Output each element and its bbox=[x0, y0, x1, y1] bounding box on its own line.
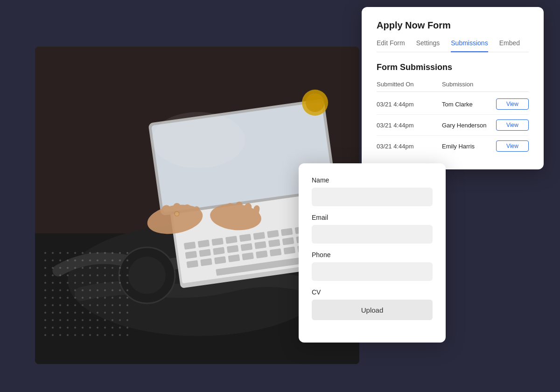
row-1-name: Tom Clarke bbox=[442, 101, 496, 108]
dot bbox=[52, 267, 54, 269]
dot bbox=[82, 334, 84, 336]
dot bbox=[104, 312, 106, 314]
dot bbox=[52, 282, 54, 284]
dot bbox=[126, 304, 128, 306]
dot bbox=[89, 304, 91, 306]
dot bbox=[52, 259, 54, 261]
dot bbox=[104, 282, 106, 284]
dot bbox=[119, 319, 121, 321]
dot bbox=[44, 304, 46, 306]
dot bbox=[104, 304, 106, 306]
dot bbox=[52, 312, 54, 314]
dot bbox=[112, 252, 113, 254]
dot bbox=[126, 297, 128, 299]
dot bbox=[89, 297, 91, 299]
dot bbox=[67, 259, 69, 261]
table-row: 03/21 4:44pm Tom Clarke View bbox=[377, 94, 529, 115]
dot bbox=[119, 297, 121, 299]
name-input[interactable] bbox=[312, 188, 433, 206]
tab-settings[interactable]: Settings bbox=[416, 39, 440, 52]
dot bbox=[74, 282, 76, 284]
dot bbox=[52, 304, 54, 306]
dot bbox=[74, 312, 76, 314]
dot bbox=[119, 267, 121, 269]
dot bbox=[82, 327, 84, 329]
email-label: Email bbox=[312, 214, 433, 221]
cv-label: CV bbox=[312, 288, 433, 296]
dot bbox=[104, 252, 106, 254]
dot bbox=[59, 252, 61, 254]
table-row: 03/21 4:44pm Gary Henderson View bbox=[377, 115, 529, 136]
dot bbox=[112, 312, 113, 314]
row-3-date: 03/21 4:44pm bbox=[377, 143, 442, 150]
email-input[interactable] bbox=[312, 225, 433, 244]
dot bbox=[97, 267, 98, 269]
dot bbox=[119, 274, 121, 276]
dot bbox=[97, 274, 98, 276]
row-2-name: Gary Henderson bbox=[442, 122, 496, 129]
dot bbox=[44, 289, 46, 291]
upload-button[interactable]: Upload bbox=[312, 300, 433, 320]
dot bbox=[74, 252, 76, 254]
dot bbox=[74, 304, 76, 306]
tab-submissions[interactable]: Submissions bbox=[451, 39, 488, 52]
dot bbox=[89, 259, 91, 261]
dot bbox=[126, 274, 128, 276]
dot bbox=[97, 259, 98, 261]
dot bbox=[89, 252, 91, 254]
dot bbox=[44, 334, 46, 336]
row-3-view-button[interactable]: View bbox=[496, 140, 529, 152]
dot bbox=[82, 282, 84, 284]
email-field-group: Email bbox=[312, 214, 433, 244]
dot bbox=[97, 282, 98, 284]
dot bbox=[119, 312, 121, 314]
dot bbox=[52, 297, 54, 299]
dot bbox=[97, 289, 98, 291]
section-heading: Form Submissions bbox=[377, 63, 529, 72]
dot bbox=[67, 297, 69, 299]
dot bbox=[89, 334, 91, 336]
row-3-name: Emily Harris bbox=[442, 143, 496, 150]
dot bbox=[74, 274, 76, 276]
dot bbox=[59, 297, 61, 299]
dot bbox=[104, 334, 106, 336]
phone-field-group: Phone bbox=[312, 251, 433, 281]
cv-field-group: CV Upload bbox=[312, 288, 433, 320]
dot bbox=[126, 282, 128, 284]
dot bbox=[89, 282, 91, 284]
dot bbox=[82, 289, 84, 291]
dot bbox=[59, 327, 61, 329]
dot bbox=[119, 289, 121, 291]
tab-embed[interactable]: Embed bbox=[499, 39, 520, 52]
col-submission: Submission bbox=[442, 81, 496, 88]
dot bbox=[67, 327, 69, 329]
svg-rect-44 bbox=[183, 204, 191, 221]
dot bbox=[52, 252, 54, 254]
dot bbox=[74, 259, 76, 261]
dot bbox=[59, 282, 61, 284]
dot bbox=[97, 304, 98, 306]
dot bbox=[67, 334, 69, 336]
dot bbox=[67, 312, 69, 314]
row-1-view-button[interactable]: View bbox=[496, 98, 529, 110]
tab-edit-form[interactable]: Edit Form bbox=[377, 39, 405, 52]
dot bbox=[67, 252, 69, 254]
row-1-date: 03/21 4:44pm bbox=[377, 101, 442, 108]
dot bbox=[52, 334, 54, 336]
dot bbox=[52, 327, 54, 329]
svg-point-52 bbox=[152, 112, 245, 168]
dot bbox=[59, 319, 61, 321]
dot bbox=[82, 267, 84, 269]
dot bbox=[97, 327, 98, 329]
dot bbox=[44, 319, 46, 321]
dot bbox=[97, 334, 98, 336]
svg-point-46 bbox=[175, 211, 179, 216]
name-field-group: Name bbox=[312, 176, 433, 206]
phone-input[interactable] bbox=[312, 262, 433, 281]
dot bbox=[126, 319, 128, 321]
form-card: Name Email Phone CV Upload bbox=[299, 163, 446, 343]
dot bbox=[112, 319, 113, 321]
dot bbox=[112, 274, 113, 276]
row-2-view-button[interactable]: View bbox=[496, 119, 529, 131]
name-label: Name bbox=[312, 176, 433, 184]
